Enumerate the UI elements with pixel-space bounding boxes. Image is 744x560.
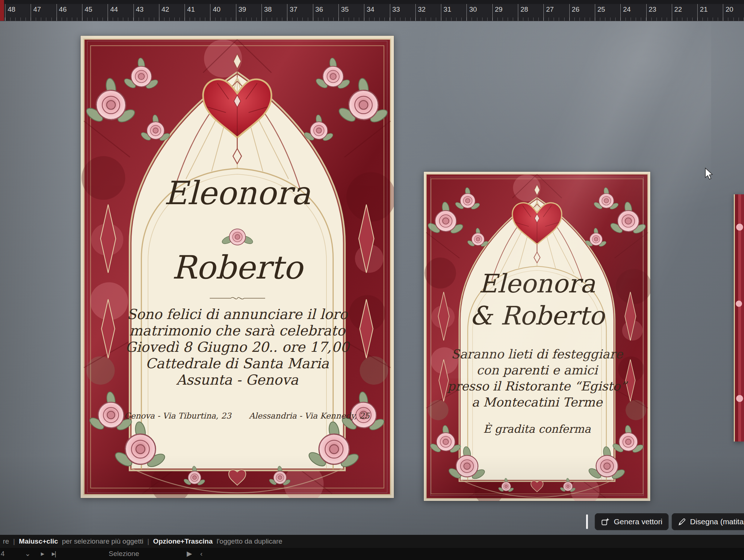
ruler-number: 30 bbox=[466, 4, 477, 21]
invitation-partial[interactable] bbox=[734, 194, 744, 442]
ruler-number: 46 bbox=[57, 4, 67, 21]
ruler-number: 43 bbox=[133, 4, 144, 21]
draw-pencil-label: Disegna (matita bbox=[690, 517, 744, 526]
skip-forward-icon[interactable]: ▸| bbox=[52, 549, 55, 558]
chevron-down-icon[interactable]: ⌄ bbox=[25, 549, 31, 558]
ruler[interactable]: 4847464544434241403938373635343332313029… bbox=[0, 0, 744, 21]
ruler-number: 20 bbox=[723, 4, 733, 21]
generate-vectors-button[interactable]: Genera vettori bbox=[595, 513, 669, 530]
ruler-number: 47 bbox=[31, 4, 41, 21]
ruler-number: 31 bbox=[441, 4, 451, 21]
ruler-number: 48 bbox=[5, 4, 15, 21]
ruler-top-strip bbox=[0, 0, 744, 4]
ruler-number: 23 bbox=[646, 4, 656, 21]
step-forward-icon[interactable]: ▸ bbox=[41, 549, 44, 558]
status-fragment: re bbox=[3, 537, 9, 545]
ruler-number: 35 bbox=[338, 4, 349, 21]
ruler-number: 26 bbox=[569, 4, 580, 21]
shortcut-text-1: per selezionare più oggetti bbox=[62, 537, 143, 545]
ruler-number: 37 bbox=[287, 4, 297, 21]
shortcut-text-2: l'oggetto da duplicare bbox=[217, 537, 282, 545]
draw-pencil-button[interactable]: Disegna (matita bbox=[672, 513, 744, 530]
ruler-number: 34 bbox=[364, 4, 374, 21]
ruler-number: 22 bbox=[672, 4, 682, 21]
status-separator: | bbox=[147, 537, 149, 545]
ruler-number: 42 bbox=[159, 4, 169, 21]
ruler-number: 40 bbox=[210, 4, 220, 21]
ruler-number: 36 bbox=[313, 4, 323, 21]
ruler-number: 32 bbox=[415, 4, 426, 21]
ruler-number: 39 bbox=[236, 4, 246, 21]
ruler-number: 24 bbox=[620, 4, 631, 21]
status-separator: | bbox=[13, 537, 15, 545]
invitation-main[interactable]: Eleonora Roberto Sono felici di annuncia… bbox=[81, 36, 394, 498]
ruler-number: 38 bbox=[261, 4, 272, 21]
ruler-number: 25 bbox=[595, 4, 605, 21]
ruler-number: 45 bbox=[82, 4, 92, 21]
ruler-number: 33 bbox=[390, 4, 400, 21]
app-window: 4847464544434241403938373635343332313029… bbox=[0, 0, 744, 560]
ruler-number: 21 bbox=[697, 4, 708, 21]
bottom-fragment: 4 bbox=[1, 549, 5, 558]
ruler-number: 44 bbox=[108, 4, 118, 21]
tool-options-bar: 4 ⌄ ▸ ▸| Selezione ▶ ‹ bbox=[0, 548, 744, 560]
pencil-icon bbox=[678, 518, 686, 526]
shortcut-key-2: Opzione+Trascina bbox=[153, 537, 213, 545]
ruler-number: 28 bbox=[518, 4, 528, 21]
stained-glass-frame bbox=[81, 36, 394, 498]
chevron-left-icon[interactable]: ‹ bbox=[200, 549, 202, 558]
status-bar: re | Maiusc+clic per selezionare più ogg… bbox=[0, 535, 744, 548]
invitation-reception[interactable]: Eleonora & Roberto Saranno lieti di fest… bbox=[424, 172, 650, 501]
play-icon[interactable]: ▶ bbox=[187, 549, 192, 558]
mouse-cursor bbox=[705, 168, 714, 180]
canvas[interactable]: Eleonora Roberto Sono felici di annuncia… bbox=[0, 21, 744, 535]
ruler-number: 27 bbox=[543, 4, 554, 21]
selection-mode-label[interactable]: Selezione bbox=[109, 549, 139, 558]
shortcut-key-1: Maiusc+clic bbox=[19, 537, 58, 545]
toolbar-divider bbox=[586, 514, 588, 529]
stained-glass-frame bbox=[424, 172, 650, 501]
generate-icon bbox=[601, 517, 610, 526]
ruler-number: 41 bbox=[185, 4, 195, 21]
generate-vectors-label: Genera vettori bbox=[614, 517, 662, 526]
ruler-number: 29 bbox=[492, 4, 503, 21]
